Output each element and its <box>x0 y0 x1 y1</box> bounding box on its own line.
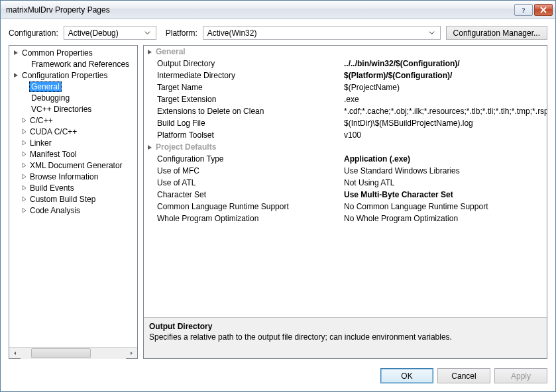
collapse-icon[interactable] <box>145 144 154 150</box>
help-button[interactable]: ? <box>514 4 533 16</box>
close-icon <box>540 7 547 13</box>
configuration-manager-button[interactable]: Configuration Manager... <box>446 26 547 40</box>
tree-panel: Common Properties Framework and Referenc… <box>9 45 138 359</box>
property-grid[interactable]: General Output Directory../../bin/win32/… <box>144 46 547 317</box>
description-panel: Output Directory Specifies a relative pa… <box>144 317 547 358</box>
prop-platform-toolset[interactable]: Platform Toolsetv100 <box>144 129 547 141</box>
scrollbar-track[interactable] <box>21 348 126 359</box>
expand-icon[interactable] <box>20 185 28 191</box>
titlebar[interactable]: matrixMulDrv Property Pages ? <box>1 1 555 19</box>
prop-output-directory[interactable]: Output Directory../../bin/win32/$(Config… <box>144 58 547 70</box>
scroll-left-icon[interactable] <box>9 348 21 359</box>
cancel-button[interactable]: Cancel <box>437 368 490 383</box>
prop-build-log[interactable]: Build Log File$(IntDir)\$(MSBuildProject… <box>144 117 547 129</box>
tree-node-code-analysis[interactable]: Code Analysis <box>9 205 137 216</box>
section-general[interactable]: General <box>144 46 547 58</box>
tree-node-debugging[interactable]: Debugging <box>9 92 137 103</box>
main-area: Common Properties Framework and Referenc… <box>1 45 555 363</box>
tree-node-browse[interactable]: Browse Information <box>9 171 137 182</box>
tree-node-cpp[interactable]: C/C++ <box>9 115 137 126</box>
collapse-icon[interactable] <box>12 72 20 78</box>
horizontal-scrollbar[interactable] <box>9 347 137 358</box>
expand-icon[interactable] <box>20 128 28 134</box>
window-title: matrixMulDrv Property Pages <box>6 5 513 15</box>
expand-icon[interactable] <box>20 117 28 123</box>
tree-node-linker[interactable]: Linker <box>9 137 137 148</box>
chevron-down-icon <box>142 26 153 39</box>
prop-target-extension[interactable]: Target Extension.exe <box>144 93 547 105</box>
scrollbar-thumb[interactable] <box>31 348 91 358</box>
platform-label: Platform: <box>166 28 197 38</box>
expand-icon[interactable] <box>20 140 28 146</box>
prop-clr-support[interactable]: Common Language Runtime SupportNo Common… <box>144 201 547 213</box>
tree-node-xmlgen[interactable]: XML Document Generator <box>9 160 137 171</box>
scroll-right-icon[interactable] <box>126 348 137 359</box>
dialog-window: matrixMulDrv Property Pages ? Configurat… <box>0 0 556 392</box>
chevron-down-icon <box>426 26 437 39</box>
prop-intermediate-directory[interactable]: Intermediate Directory$(Platform)/$(Conf… <box>144 70 547 81</box>
tree-node-general[interactable]: General <box>9 81 137 92</box>
titlebar-buttons: ? <box>513 4 553 16</box>
tree-node-common-properties[interactable]: Common Properties <box>9 47 137 58</box>
prop-use-of-atl[interactable]: Use of ATLNot Using ATL <box>144 177 547 189</box>
tree-node-cuda[interactable]: CUDA C/C++ <box>9 126 137 137</box>
prop-character-set[interactable]: Character SetUse Multi-Byte Character Se… <box>144 189 547 201</box>
collapse-icon[interactable] <box>12 50 20 56</box>
expand-icon[interactable] <box>20 207 28 213</box>
property-grid-panel: General Output Directory../../bin/win32/… <box>143 45 547 359</box>
configuration-value: Active(Debug) <box>68 28 119 38</box>
tree-node-build-events[interactable]: Build Events <box>9 182 137 193</box>
configuration-label: Configuration: <box>9 28 58 38</box>
ok-button[interactable]: OK <box>380 368 433 383</box>
expand-icon[interactable] <box>20 196 28 202</box>
configuration-combo[interactable]: Active(Debug) <box>64 26 156 40</box>
tree-node-custom-build[interactable]: Custom Build Step <box>9 193 137 205</box>
expand-icon[interactable] <box>20 173 28 179</box>
tree-node-configuration-properties[interactable]: Configuration Properties <box>9 70 137 81</box>
expand-icon[interactable] <box>20 162 28 168</box>
section-project-defaults[interactable]: Project Defaults <box>144 141 547 153</box>
description-text: Specifies a relative path to the output … <box>149 332 541 342</box>
close-button[interactable] <box>534 4 553 16</box>
prop-whole-program-opt[interactable]: Whole Program OptimizationNo Whole Progr… <box>144 213 547 224</box>
tree-node-manifest[interactable]: Manifest Tool <box>9 148 137 160</box>
expand-icon[interactable] <box>20 151 28 157</box>
prop-extensions-clean[interactable]: Extensions to Delete on Clean*.cdf;*.cac… <box>144 105 547 117</box>
apply-button[interactable]: Apply <box>494 368 547 383</box>
prop-use-of-mfc[interactable]: Use of MFCUse Standard Windows Libraries <box>144 165 547 177</box>
collapse-icon[interactable] <box>145 49 154 55</box>
platform-combo[interactable]: Active(Win32) <box>203 26 441 40</box>
tree-node-vcdirs[interactable]: VC++ Directories <box>9 103 137 115</box>
platform-value: Active(Win32) <box>207 28 257 38</box>
tree-node-framework[interactable]: Framework and References <box>9 58 137 70</box>
config-row: Configuration: Active(Debug) Platform: A… <box>1 19 555 45</box>
property-tree[interactable]: Common Properties Framework and Referenc… <box>9 46 137 347</box>
description-title: Output Directory <box>149 322 541 331</box>
prop-target-name[interactable]: Target Name$(ProjectName) <box>144 81 547 93</box>
prop-configuration-type[interactable]: Configuration TypeApplication (.exe) <box>144 153 547 165</box>
footer: OK Cancel Apply <box>1 363 555 391</box>
